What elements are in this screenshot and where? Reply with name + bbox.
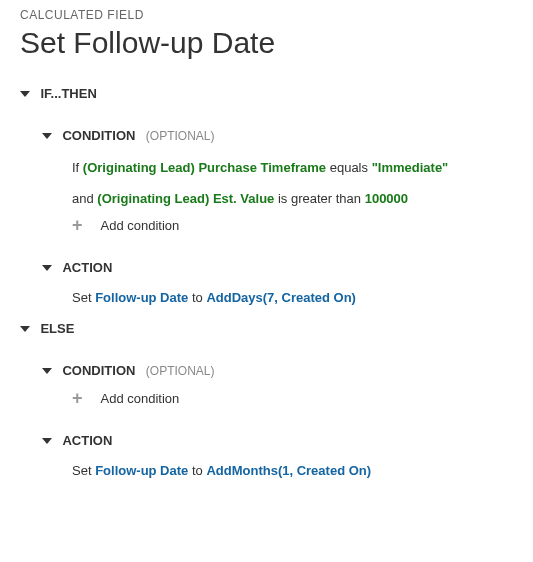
action-label: ACTION <box>62 433 112 448</box>
optional-label: (OPTIONAL) <box>146 129 215 143</box>
else-section: ELSE CONDITION (OPTIONAL) + Add conditio… <box>20 319 513 478</box>
else-action-header: ACTION <box>42 431 513 449</box>
condition-value: "Immediate" <box>372 160 449 175</box>
add-condition-label: Add condition <box>101 391 180 406</box>
condition-field: (Originating Lead) Est. Value <box>97 191 274 206</box>
add-condition-label: Add condition <box>101 218 180 233</box>
condition-label: CONDITION <box>62 128 135 143</box>
chevron-down-icon[interactable] <box>42 265 52 271</box>
to-text: to <box>192 290 203 305</box>
ifthen-label: IF...THEN <box>40 86 96 101</box>
add-condition-button[interactable]: + Add condition <box>72 389 513 407</box>
chevron-down-icon[interactable] <box>42 438 52 444</box>
chevron-down-icon[interactable] <box>20 326 30 332</box>
page-title: Set Follow-up Date <box>20 26 513 60</box>
action-func: AddDays(7, Created On) <box>206 290 356 305</box>
action-line-ifthen[interactable]: Set Follow-up Date to AddDays(7, Created… <box>72 290 513 305</box>
add-condition-button[interactable]: + Add condition <box>72 216 513 234</box>
breadcrumb: CALCULATED FIELD <box>20 8 513 22</box>
chevron-down-icon[interactable] <box>42 133 52 139</box>
condition-op: is greater than <box>278 191 361 206</box>
action-func: AddMonths(1, Created On) <box>206 463 371 478</box>
ifthen-action-header: ACTION <box>42 258 513 276</box>
ifthen-condition-header: CONDITION (OPTIONAL) <box>42 126 513 144</box>
if-prefix: If <box>72 160 79 175</box>
set-text: Set <box>72 463 92 478</box>
action-field: Follow-up Date <box>95 290 188 305</box>
else-label: ELSE <box>40 321 74 336</box>
else-condition-header: CONDITION (OPTIONAL) <box>42 361 513 379</box>
plus-icon: + <box>72 389 83 407</box>
set-text: Set <box>72 290 92 305</box>
and-prefix: and <box>72 191 94 206</box>
action-line-else[interactable]: Set Follow-up Date to AddMonths(1, Creat… <box>72 463 513 478</box>
condition-field: (Originating Lead) Purchase Timeframe <box>83 160 326 175</box>
condition-value: 100000 <box>365 191 408 206</box>
condition-line-2[interactable]: and (Originating Lead) Est. Value is gre… <box>72 191 513 206</box>
condition-op: equals <box>330 160 368 175</box>
action-field: Follow-up Date <box>95 463 188 478</box>
to-text: to <box>192 463 203 478</box>
condition-line-1[interactable]: If (Originating Lead) Purchase Timeframe… <box>72 160 513 175</box>
plus-icon: + <box>72 216 83 234</box>
ifthen-section: IF...THEN CONDITION (OPTIONAL) If (Origi… <box>20 84 513 305</box>
condition-label: CONDITION <box>62 363 135 378</box>
action-label: ACTION <box>62 260 112 275</box>
chevron-down-icon[interactable] <box>42 368 52 374</box>
chevron-down-icon[interactable] <box>20 91 30 97</box>
optional-label: (OPTIONAL) <box>146 364 215 378</box>
